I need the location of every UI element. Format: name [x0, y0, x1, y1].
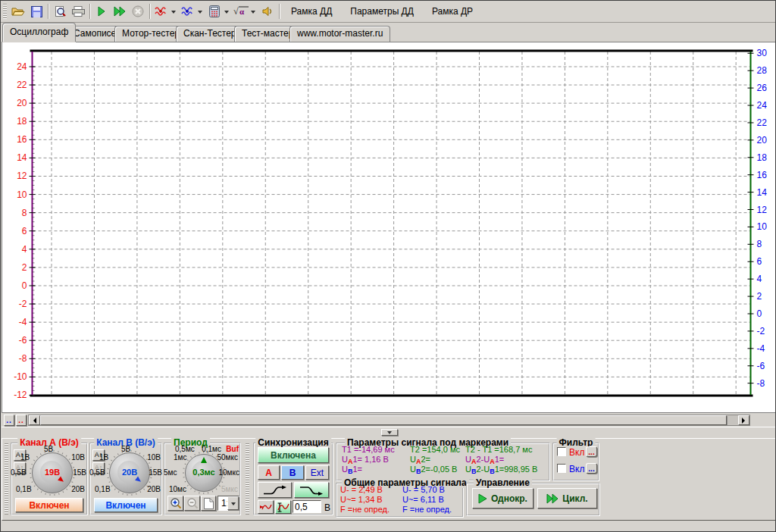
marker-param-value: UA2-UA1=: [465, 455, 504, 465]
marker-param-value: UB1=: [342, 465, 362, 475]
panel-grip[interactable]: [246, 443, 249, 515]
filter-b-checkbox[interactable]: [557, 464, 566, 473]
sync-source-a-button[interactable]: А: [258, 465, 280, 480]
svg-text:10: 10: [17, 189, 27, 200]
svg-text:14: 14: [17, 152, 27, 163]
toolbar-grip[interactable]: [3, 4, 7, 19]
channel-b-knob[interactable]: 20В: [109, 452, 150, 493]
sound-button[interactable]: [258, 2, 277, 20]
panel-grip[interactable]: [5, 443, 8, 515]
double-play-icon: [546, 493, 559, 504]
svg-text:4: 4: [757, 274, 762, 284]
knob-scale-label[interactable]: 0,1мс: [202, 445, 221, 453]
general-params-group: Общие параметры сигнала U- = 2,49 ВU~= 1…: [336, 483, 464, 518]
channel-b-power-button[interactable]: Включен: [94, 498, 158, 512]
knob-scale-label[interactable]: 20В: [147, 485, 161, 493]
zoom-ratio-dropdown-button[interactable]: [227, 496, 239, 510]
knob-scale-label[interactable]: 10В: [147, 453, 161, 462]
open-button[interactable]: [9, 2, 27, 20]
calculator-button[interactable]: [205, 2, 224, 20]
general-param-value: U~= 6,11 В: [402, 495, 452, 505]
knob-scale-label[interactable]: 15В: [149, 468, 162, 477]
tab-website[interactable]: www.motor-master.ru: [289, 26, 390, 42]
marker1-goto-button[interactable]: ..: [4, 415, 14, 426]
zoom-in-button[interactable]: [167, 496, 183, 511]
knob-scale-label[interactable]: 5мкс: [221, 485, 238, 493]
svg-text:12: 12: [757, 205, 768, 215]
dropdown-arrow[interactable]: [224, 11, 229, 16]
svg-text:8: 8: [757, 239, 762, 249]
marker-param-value: T1 =-14,69 мс: [342, 445, 395, 454]
dropdown-arrow[interactable]: [198, 11, 202, 16]
channel-b-settings-button[interactable]: [179, 2, 197, 20]
general-param-value: U- = 5,70 В: [402, 485, 452, 495]
channel-a-settings-button[interactable]: [152, 2, 171, 20]
new-view-button[interactable]: [201, 496, 216, 511]
sync-source-ext-button[interactable]: Ext: [305, 465, 329, 480]
knob-scale-label[interactable]: 0,1В: [95, 485, 111, 493]
sync-rising-edge-button[interactable]: [258, 482, 292, 498]
save-button[interactable]: [27, 2, 45, 20]
marker-param-value: UA1= 1,16 В: [342, 455, 389, 465]
filter-a-checkbox[interactable]: [557, 447, 566, 456]
knob-scale-label[interactable]: 5В: [44, 445, 53, 453]
menu-params-dd[interactable]: Параметры ДД: [341, 6, 423, 17]
menu-ramka-dr[interactable]: Рамка ДР: [423, 6, 482, 17]
print-button[interactable]: [69, 2, 87, 20]
menu-ramka-dd[interactable]: Рамка ДД: [282, 6, 341, 17]
start-cyclic-button[interactable]: [111, 2, 129, 20]
toolbar-separator: [48, 4, 48, 19]
start-single-button[interactable]: [92, 2, 111, 20]
knob-scale-label[interactable]: 15В: [73, 468, 86, 477]
knob-scale-label[interactable]: 0,1В: [16, 485, 32, 493]
play-icon: [478, 493, 487, 504]
knob-scale-label[interactable]: 0,5В: [89, 468, 105, 477]
channel-a-power-button[interactable]: Включен: [15, 498, 83, 512]
svg-text:16: 16: [757, 170, 768, 180]
open-folder-icon: [11, 6, 25, 17]
h-scrollbar[interactable]: [28, 415, 750, 426]
tab-oscillograph[interactable]: Осциллограф: [2, 23, 76, 42]
sync-enabled-button[interactable]: Включена: [258, 447, 329, 463]
scroll-thumb[interactable]: [40, 415, 727, 425]
filter-a-more-button[interactable]: ...: [586, 446, 597, 457]
knob-scale-label[interactable]: 1В: [20, 453, 30, 462]
marker2-goto-button[interactable]: ..: [16, 415, 27, 426]
period-knob-pointer: [201, 457, 207, 463]
scroll-right-button[interactable]: [738, 415, 749, 425]
page-icon: [204, 498, 214, 509]
sync-level-input[interactable]: [293, 500, 321, 513]
print-preview-button[interactable]: [51, 2, 69, 20]
knob-scale-label[interactable]: 50мкс: [217, 453, 239, 462]
knob-ticks: [30, 450, 75, 496]
knob-scale-label[interactable]: 5В: [121, 445, 130, 453]
run-cyclic-button[interactable]: Цикл.: [537, 488, 597, 509]
dropdown-arrow[interactable]: [171, 11, 176, 16]
knob-scale-label[interactable]: 1мс: [174, 453, 186, 462]
knob-scale-label[interactable]: 20В: [71, 485, 85, 493]
knob-scale-label[interactable]: 0,5В: [11, 468, 27, 477]
knob-scale-label[interactable]: 0,5мс: [175, 445, 195, 453]
general-param-value: U- = 2,49 В: [340, 485, 390, 495]
run-single-button[interactable]: Однокр.: [472, 488, 534, 509]
stop-button[interactable]: [129, 2, 147, 20]
knob-scale-label[interactable]: 10мкс: [219, 468, 240, 477]
math-button[interactable]: √α: [232, 2, 250, 20]
channel-b-knob-area: A↕ A↕ 20В 5В10В15В20В1В0,5В0,1В: [91, 446, 161, 494]
sync-falling-edge-button[interactable]: [294, 482, 329, 498]
sync-level-button[interactable]: [275, 500, 291, 514]
knob-scale-label[interactable]: 1В: [99, 453, 108, 462]
knob-scale-label[interactable]: 10В: [71, 453, 85, 462]
zoom-out-button[interactable]: [184, 496, 200, 511]
splitter-collapse-button[interactable]: [381, 429, 398, 436]
knob-scale-label[interactable]: 10мс: [169, 485, 186, 493]
channel-a-knob[interactable]: 19В: [32, 452, 73, 493]
filter-b-more-button[interactable]: ...: [586, 463, 597, 474]
oscilloscope-chart[interactable]: -12-10-8-6-4-2024681012141618202224-8-6-…: [2, 42, 775, 412]
sync-source-b-button[interactable]: В: [281, 465, 304, 480]
dropdown-arrow[interactable]: [251, 11, 255, 16]
sync-mode-button[interactable]: [258, 500, 274, 514]
left-arrow-icon: [30, 418, 36, 424]
knob-scale-label[interactable]: 5мс: [164, 468, 177, 477]
scroll-left-button[interactable]: [29, 415, 40, 425]
